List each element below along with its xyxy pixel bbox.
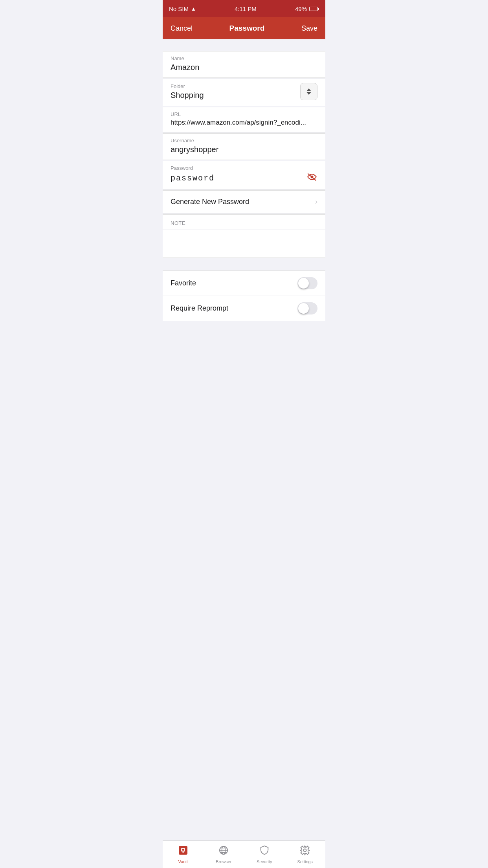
password-field[interactable]: Password password [163,161,325,189]
password-value: password [171,174,215,183]
favorite-toggle[interactable] [297,277,317,289]
battery-percent: 49% [295,6,307,12]
battery-icon [309,7,319,11]
require-reprompt-row[interactable]: Require Reprompt [163,296,325,321]
url-value: https://www.amazon.com/ap/signin?_encodi… [171,119,317,127]
status-left: No SIM ▲ [169,6,196,12]
password-section: Password password [163,161,325,189]
url-label: URL [171,111,317,117]
stepper-up-icon [306,88,311,91]
folder-field[interactable]: Folder Shopping [163,79,325,106]
url-field[interactable]: URL https://www.amazon.com/ap/signin?_en… [163,107,325,132]
toggle-password-visibility-icon[interactable] [306,173,317,184]
password-row: password [171,173,317,184]
folder-section: Folder Shopping [163,79,325,106]
folder-label: Folder [171,83,300,89]
name-value: Amazon [171,63,317,72]
note-label-row: NOTE [163,215,325,230]
cancel-button[interactable]: Cancel [171,23,193,34]
username-section: Username angryshopper [163,133,325,160]
toggle-section: Favorite Require Reprompt [163,270,325,321]
favorite-toggle-knob [298,278,309,289]
folder-stepper[interactable] [300,83,317,100]
nav-bar: Cancel Password Save [163,17,325,39]
require-reprompt-toggle[interactable] [297,302,317,314]
carrier-text: No SIM [169,6,189,12]
top-spacer [163,39,325,51]
generate-password-row[interactable]: Generate New Password › [163,190,325,213]
password-label: Password [171,165,317,171]
name-label: Name [171,55,317,61]
section-gap [163,259,325,270]
nav-title: Password [229,24,265,33]
status-bar: No SIM ▲ 4:11 PM 49% [163,0,325,17]
note-label: NOTE [171,220,185,226]
folder-value: Shopping [171,91,300,100]
name-section: Name Amazon [163,51,325,78]
username-label: Username [171,138,317,143]
username-value: angryshopper [171,145,317,154]
favorite-label: Favorite [171,279,196,287]
generate-password-label: Generate New Password [171,198,249,206]
username-field[interactable]: Username angryshopper [163,134,325,160]
wifi-icon: ▲ [191,6,196,12]
bottom-padding [163,321,325,353]
favorite-row[interactable]: Favorite [163,271,325,296]
require-reprompt-label: Require Reprompt [171,304,228,313]
status-right: 49% [295,6,319,12]
note-section: NOTE [163,214,325,258]
note-content[interactable] [163,230,325,257]
require-reprompt-knob [298,303,309,314]
save-button[interactable]: Save [301,23,317,34]
chevron-right-icon: › [315,198,317,206]
folder-content: Folder Shopping [171,83,300,100]
url-section: URL https://www.amazon.com/ap/signin?_en… [163,107,325,132]
name-field[interactable]: Name Amazon [163,51,325,77]
stepper-down-icon [306,92,311,95]
time-display: 4:11 PM [235,6,257,12]
